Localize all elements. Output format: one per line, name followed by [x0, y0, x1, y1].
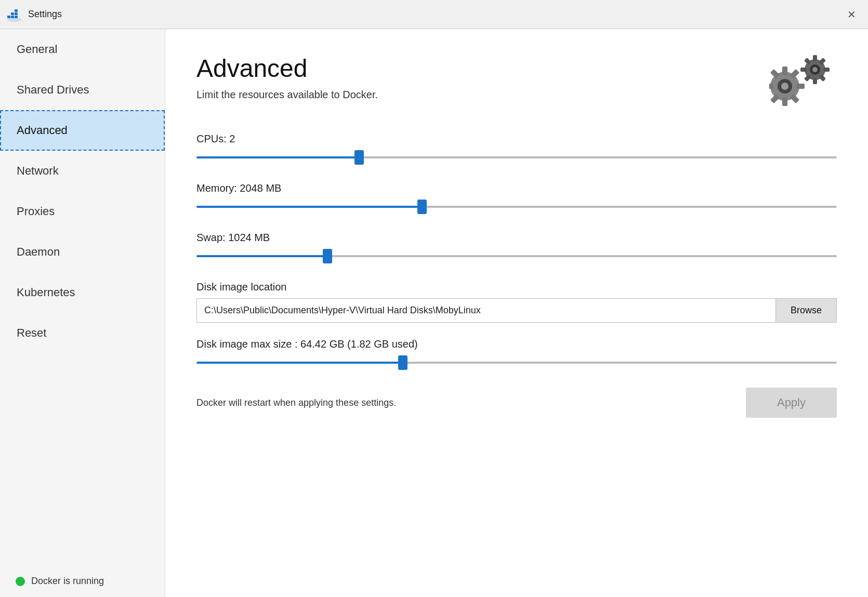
svg-rect-5 — [15, 9, 18, 12]
svg-rect-12 — [796, 84, 805, 89]
content-area: Advanced Limit the resources available t… — [165, 29, 868, 597]
memory-slider-group: Memory: 2048 MB — [196, 182, 837, 216]
sidebar-item-daemon[interactable]: Daemon — [0, 232, 165, 272]
status-dot — [16, 577, 25, 586]
disk-size-slider-group: Disk image max size : 64.42 GB (1.82 GB … — [196, 338, 837, 372]
advanced-icon — [769, 55, 837, 117]
close-button[interactable]: ✕ — [841, 4, 862, 25]
swap-label: Swap: 1024 MB — [196, 232, 837, 244]
sidebar: General Shared Drives Advanced Network P… — [0, 29, 165, 597]
sidebar-item-reset[interactable]: Reset — [0, 313, 165, 353]
cpus-slider[interactable] — [196, 156, 837, 158]
disk-size-slider-container — [196, 353, 837, 372]
cpus-label: CPUs: 2 — [196, 133, 837, 145]
svg-rect-11 — [782, 98, 787, 106]
cpus-slider-container — [196, 148, 837, 167]
sidebar-item-advanced[interactable]: Advanced — [0, 110, 165, 151]
disk-size-slider[interactable] — [196, 362, 837, 364]
main-layout: General Shared Drives Advanced Network P… — [0, 29, 868, 597]
cpus-slider-group: CPUs: 2 — [196, 133, 837, 167]
page-subtitle: Limit the resources available to Docker. — [196, 89, 378, 101]
swap-slider[interactable] — [196, 255, 837, 257]
svg-rect-3 — [11, 12, 14, 15]
memory-slider-container — [196, 197, 837, 216]
sidebar-item-general[interactable]: General — [0, 29, 165, 70]
sliders-section: CPUs: 2 Memory: 2048 MB Swap: 1024 MB — [196, 133, 837, 266]
window-title: Settings — [28, 9, 841, 20]
disk-location-label: Disk image location — [196, 281, 837, 293]
sidebar-item-kubernetes[interactable]: Kubernetes — [0, 272, 165, 313]
svg-rect-10 — [782, 67, 787, 75]
svg-rect-0 — [7, 16, 10, 18]
docker-icon — [6, 6, 23, 23]
svg-rect-4 — [15, 12, 18, 15]
memory-label: Memory: 2048 MB — [196, 182, 837, 194]
disk-size-label: Disk image max size : 64.42 GB (1.82 GB … — [196, 338, 837, 350]
content-header: Advanced Limit the resources available t… — [196, 55, 837, 117]
content-title-block: Advanced Limit the resources available t… — [196, 55, 378, 101]
svg-point-20 — [812, 67, 818, 72]
status-label: Docker is running — [31, 576, 104, 587]
sidebar-item-network[interactable]: Network — [0, 151, 165, 191]
svg-rect-23 — [823, 68, 830, 72]
browse-button[interactable]: Browse — [775, 299, 836, 322]
disk-location-input[interactable] — [197, 299, 775, 322]
sidebar-item-proxies[interactable]: Proxies — [0, 191, 165, 232]
svg-rect-24 — [800, 68, 807, 72]
swap-slider-container — [196, 247, 837, 266]
footer-note: Docker will restart when applying these … — [196, 397, 396, 408]
disk-location-section: Disk image location Browse — [196, 281, 837, 323]
content-footer: Docker will restart when applying these … — [196, 388, 837, 418]
swap-slider-group: Swap: 1024 MB — [196, 232, 837, 266]
titlebar: Settings ✕ — [0, 0, 868, 29]
sidebar-item-shared-drives[interactable]: Shared Drives — [0, 70, 165, 110]
docker-status-bar: Docker is running — [0, 565, 165, 597]
svg-rect-13 — [769, 84, 773, 89]
memory-slider[interactable] — [196, 206, 837, 208]
svg-point-9 — [781, 83, 788, 90]
disk-location-row: Browse — [196, 298, 837, 323]
page-title: Advanced — [196, 55, 378, 83]
apply-button[interactable]: Apply — [746, 388, 837, 418]
svg-rect-22 — [813, 78, 817, 84]
svg-point-6 — [7, 18, 22, 22]
svg-rect-21 — [813, 55, 817, 61]
